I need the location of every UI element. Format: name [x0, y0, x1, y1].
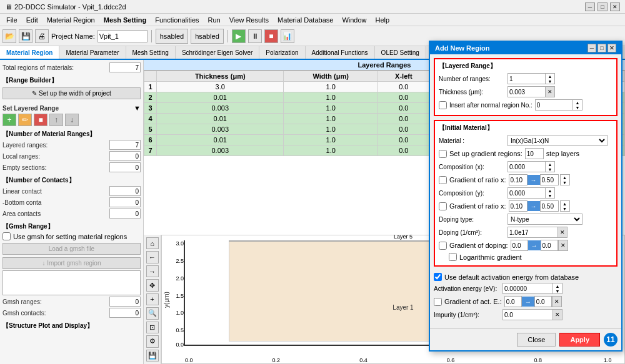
gradient-ratio-x-spinner[interactable]: ▲ ▼	[560, 174, 570, 185]
gradient-doping-checkbox[interactable]	[439, 242, 447, 250]
plot-home-btn[interactable]: ⌂	[146, 237, 159, 249]
toolbar-pause-icon[interactable]: ⏸	[248, 29, 262, 43]
plot-save-btn[interactable]: 💾	[146, 350, 159, 362]
menu-mesh-setting[interactable]: Mesh Setting	[100, 15, 150, 25]
plot-select-btn[interactable]: ⊡	[146, 322, 159, 333]
dialog-maximize-btn[interactable]: □	[598, 44, 606, 52]
toolbar-print-icon[interactable]: 🖨	[35, 29, 49, 43]
gradient-doping-clear-btn[interactable]: ✕	[558, 240, 568, 251]
plot-arrow-right-btn[interactable]: →	[146, 265, 159, 277]
menu-file[interactable]: File	[2, 15, 21, 25]
gradient-act-e-to[interactable]	[534, 296, 552, 307]
set-width-button[interactable]: ✎ Set up the width of project	[2, 87, 141, 99]
spinner-up[interactable]: ▲	[546, 74, 554, 79]
composition-x-spinner[interactable]: ▲ ▼	[545, 161, 555, 172]
composition-y-input[interactable]	[508, 187, 545, 199]
toolbar-run-icon[interactable]: ▶	[232, 29, 246, 43]
gradient-ratio-y-from[interactable]	[509, 200, 528, 212]
minimize-button[interactable]: ─	[585, 2, 595, 11]
dialog-apply-button[interactable]: Apply	[559, 333, 600, 347]
close-button[interactable]: ✕	[610, 2, 620, 11]
impurity-input[interactable]	[502, 309, 552, 320]
gradient-ratio-y-to[interactable]	[540, 200, 559, 212]
tab-schrodinger[interactable]: Schrödinger Eigen Solver	[176, 46, 259, 59]
spinner-down[interactable]: ▼	[546, 79, 554, 84]
number-of-ranges-input[interactable]	[508, 73, 545, 84]
doping-type-select[interactable]: N-type P-type	[508, 214, 582, 225]
delete-range-btn[interactable]: ■	[34, 114, 48, 126]
log-gradient-checkbox[interactable]	[449, 253, 457, 261]
tab-material-region[interactable]: Material Region	[0, 46, 59, 59]
maximize-button[interactable]: □	[598, 2, 608, 11]
dialog-close-btn[interactable]: ✕	[608, 44, 616, 52]
insert-after-checkbox[interactable]	[439, 101, 447, 109]
setup-gradient-checkbox[interactable]	[439, 150, 447, 158]
gmsh-region-textarea[interactable]	[2, 270, 141, 295]
toolbar-hsabled-btn-1[interactable]: hsabled	[156, 29, 189, 44]
toolbar-open-icon[interactable]: 📂	[2, 29, 16, 43]
insert-after-input[interactable]	[535, 99, 572, 111]
insert-after-spinner-up[interactable]: ▲	[573, 100, 582, 105]
insert-after-spinner-down[interactable]: ▼	[573, 105, 582, 110]
tab-polarization[interactable]: Polarization	[259, 46, 305, 59]
edit-range-btn[interactable]: ✏	[18, 114, 32, 126]
gradient-act-e-clear-btn[interactable]: ✕	[552, 296, 562, 307]
toolbar-stop-icon[interactable]: ■	[264, 29, 278, 43]
gradient-ratio-x-from[interactable]	[509, 174, 528, 185]
project-name-input[interactable]	[98, 30, 148, 42]
menu-view-results[interactable]: View Results	[226, 15, 272, 25]
gradient-ratio-y-checkbox[interactable]	[439, 202, 447, 210]
menu-help[interactable]: Help	[372, 15, 394, 25]
menu-material-region[interactable]: Material Region	[43, 15, 99, 25]
menu-material-database[interactable]: Material Database	[274, 15, 337, 25]
toolbar-save-icon[interactable]: 💾	[19, 29, 32, 43]
plot-settings-btn[interactable]: ⚙	[146, 335, 159, 347]
import-gmsh-btn[interactable]: ↓ Import gmsh region	[2, 257, 141, 269]
number-of-ranges-spinner[interactable]: ▲ ▼	[545, 73, 555, 84]
layered-ranges-input[interactable]	[109, 140, 141, 150]
tab-material-parameter[interactable]: Material Parameter	[59, 46, 126, 59]
gradient-doping-to[interactable]	[541, 240, 558, 251]
tab-mesh-setting[interactable]: Mesh Setting	[126, 46, 176, 59]
move-down-btn[interactable]: ↓	[65, 114, 79, 126]
tab-additional-functions[interactable]: Additional Functions	[306, 46, 375, 59]
insert-after-spinner[interactable]: ▲ ▼	[572, 99, 582, 111]
gradient-doping-from[interactable]	[511, 240, 528, 251]
gradient-act-e-arrow[interactable]: →	[522, 297, 534, 307]
gradient-act-e-checkbox[interactable]	[434, 298, 442, 306]
gradient-act-e-from[interactable]	[504, 296, 522, 307]
composition-y-spinner[interactable]: ▲ ▼	[545, 187, 555, 199]
gradient-ratio-y-spinner[interactable]: ▲ ▼	[560, 200, 570, 212]
title-bar-controls[interactable]: ─ □ ✕	[585, 2, 620, 11]
gmsh-ranges-input[interactable]	[109, 297, 141, 307]
dialog-close-button[interactable]: Close	[517, 333, 556, 347]
dialog-minimize-btn[interactable]: ─	[588, 44, 596, 52]
thickness-clear-btn[interactable]: ✕	[545, 86, 555, 97]
use-default-activation-checkbox[interactable]	[434, 273, 442, 281]
toolbar-hsabled-btn-2[interactable]: hsabled	[191, 29, 224, 44]
menu-edit[interactable]: Edit	[22, 15, 42, 25]
activation-energy-spinner[interactable]: ▲ ▼	[552, 283, 562, 294]
load-gmsh-btn[interactable]: Load a gmsh file	[2, 243, 141, 255]
gmsh-contacts-input[interactable]	[109, 308, 141, 318]
tab-oled-setting[interactable]: OLED Setting	[375, 46, 426, 59]
add-range-btn[interactable]: +	[2, 114, 16, 126]
move-up-btn[interactable]: ↑	[49, 114, 63, 126]
activation-energy-input[interactable]	[502, 283, 552, 294]
gradient-doping-arrow[interactable]: →	[528, 240, 541, 250]
area-contacts-input[interactable]	[109, 209, 141, 219]
toolbar-chart-icon[interactable]: 📊	[281, 29, 294, 43]
impurity-clear-btn[interactable]: ✕	[552, 309, 562, 320]
gradient-ratio-y-arrow[interactable]: →	[528, 201, 540, 211]
use-gmsh-checkbox[interactable]	[2, 232, 11, 240]
thickness-input[interactable]	[508, 86, 545, 97]
gradient-ratio-x-to[interactable]	[540, 174, 559, 185]
total-regions-input[interactable]	[109, 62, 141, 72]
material-select[interactable]: In(x)Ga(1-x)N	[508, 135, 608, 146]
plot-pan-btn[interactable]: ✥	[146, 279, 159, 291]
gradient-ratio-x-checkbox[interactable]	[439, 176, 447, 184]
menu-run[interactable]: Run	[204, 15, 224, 25]
plot-arrow-left-btn[interactable]: ←	[146, 251, 159, 263]
menu-functionalities[interactable]: Functionalities	[151, 15, 202, 25]
gradient-ratio-x-arrow[interactable]: →	[528, 175, 540, 185]
